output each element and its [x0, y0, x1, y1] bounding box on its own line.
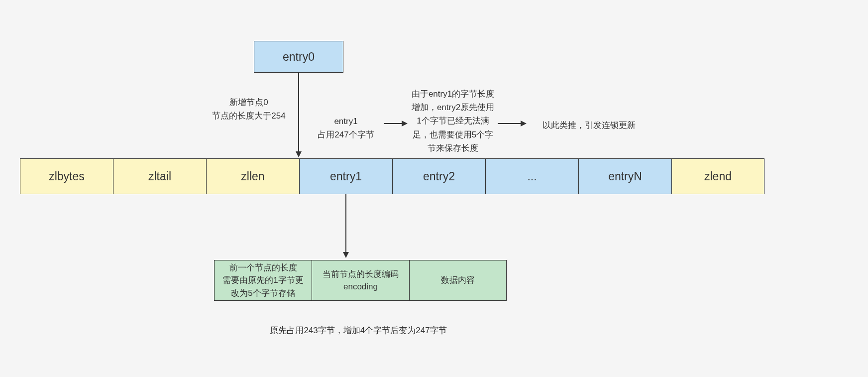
prev-len-cell: 前一个节点的长度 需要由原先的1字节更 改为5个字节存储 [214, 260, 312, 301]
arrow-entry0-down [298, 73, 299, 152]
entry2-reason-annotation: 由于entry1的字节长度 增加，entry2原先使用 1个字节已经无法满 足，… [408, 87, 498, 155]
entryN-cell: entryN [578, 158, 671, 194]
entry-detail-row: 前一个节点的长度 需要由原先的1字节更 改为5个字节存储 当前节点的长度编码 e… [214, 260, 507, 301]
encoding-cell: 当前节点的长度编码 encoding [312, 260, 409, 301]
zlbytes-cell: zlbytes [20, 158, 113, 194]
new-node-annotation: 新增节点0 节点的长度大于254 [204, 96, 294, 123]
zllen-cell: zllen [206, 158, 299, 194]
ellipsis-cell: ... [485, 158, 578, 194]
arrow-entry0-head [296, 151, 302, 157]
arrow-right-1 [384, 123, 403, 124]
entry1-cell: entry1 [299, 158, 392, 194]
arrow-entry1-down [345, 194, 346, 253]
zlend-cell: zlend [671, 158, 764, 194]
entry2-cell: entry2 [392, 158, 485, 194]
arrow-right-2-head [521, 121, 527, 126]
entry0-node: entry0 [254, 41, 343, 73]
ziplist-main-row: zlbytes zltail zllen entry1 entry2 ... e… [20, 158, 764, 194]
zltail-cell: zltail [113, 158, 206, 194]
entry0-label: entry0 [283, 50, 315, 64]
arrow-right-1-head [402, 121, 408, 126]
chain-update-annotation: 以此类推，引发连锁更新 [534, 119, 644, 132]
bottom-note: 原先占用243字节，增加4个字节后变为247字节 [254, 324, 463, 337]
arrow-right-2 [498, 123, 522, 124]
entry1-bytes-annotation: entry1 占用247个字节 [311, 115, 381, 141]
data-cell: 数据内容 [409, 260, 507, 301]
arrow-entry1-head [343, 252, 349, 258]
